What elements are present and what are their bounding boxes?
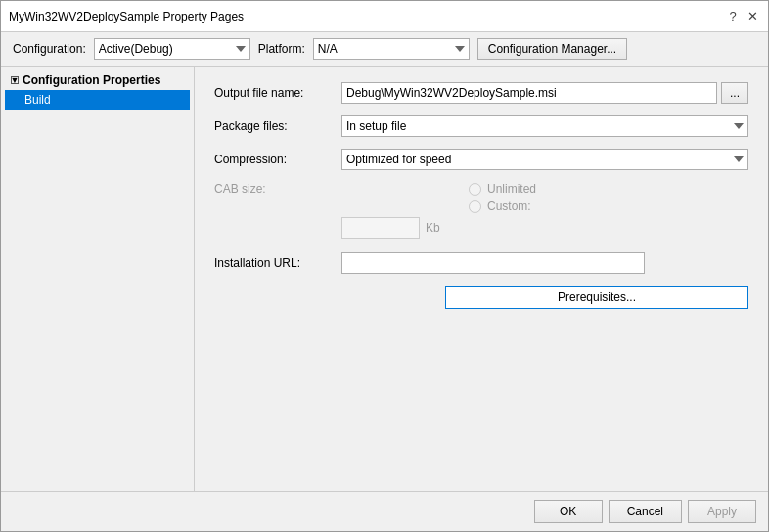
expand-icon: ▼ [11, 76, 19, 84]
cab-size-row: CAB size: Unlimited Custom: [214, 182, 748, 213]
custom-label: Custom: [487, 200, 531, 213]
installation-url-input[interactable] [341, 252, 645, 274]
unlimited-radio-row: Unlimited [469, 182, 536, 196]
unlimited-radio[interactable] [469, 183, 481, 196]
cancel-button[interactable]: Cancel [609, 500, 682, 523]
dialog-title: MyWin32WV2DeploySample Property Pages [9, 10, 244, 23]
output-file-browse-button[interactable]: ... [721, 82, 748, 104]
compression-select[interactable]: Optimized for speed [341, 149, 748, 170]
configuration-select[interactable]: Active(Debug) [94, 38, 250, 60]
configuration-label: Configuration: [13, 42, 86, 56]
prerequisites-row: Prerequisites... [341, 286, 748, 309]
installation-url-label: Installation URL: [214, 256, 341, 270]
bottom-bar: OK Cancel Apply [1, 491, 768, 531]
cab-size-radio-group: Unlimited Custom: [469, 182, 536, 213]
output-file-name-label: Output file name: [214, 86, 341, 100]
help-button[interactable]: ? [725, 9, 741, 24]
prerequisites-button[interactable]: Prerequisites... [445, 286, 748, 309]
unlimited-label: Unlimited [487, 182, 536, 196]
package-files-select[interactable]: In setup file [341, 115, 748, 137]
package-files-row: Package files: In setup file [214, 115, 748, 137]
output-file-name-input[interactable] [341, 82, 717, 104]
custom-radio[interactable] [469, 200, 481, 213]
close-button[interactable]: ✕ [745, 9, 760, 24]
sidebar-item-build[interactable]: Build [5, 90, 190, 110]
title-bar-controls: ? ✕ [725, 9, 760, 24]
ok-button[interactable]: OK [534, 500, 603, 523]
package-files-label: Package files: [214, 119, 341, 133]
platform-select[interactable]: N/A [313, 38, 470, 60]
config-bar: Configuration: Active(Debug) Platform: N… [1, 32, 768, 66]
title-bar: MyWin32WV2DeploySample Property Pages ? … [1, 1, 768, 32]
custom-radio-row: Custom: [469, 200, 536, 213]
kb-input[interactable] [341, 217, 420, 239]
sidebar: ▼ Configuration Properties Build [1, 66, 195, 491]
kb-label: Kb [426, 221, 440, 235]
properties-panel: Output file name: ... Package files: In … [195, 66, 768, 491]
main-content: ▼ Configuration Properties Build Output … [1, 66, 768, 491]
property-pages-dialog: MyWin32WV2DeploySample Property Pages ? … [0, 0, 769, 532]
installation-url-row: Installation URL: [214, 252, 748, 274]
compression-row: Compression: Optimized for speed [214, 149, 748, 170]
cab-size-label: CAB size: [214, 182, 341, 196]
compression-label: Compression: [214, 153, 341, 166]
apply-button[interactable]: Apply [688, 500, 756, 523]
platform-label: Platform: [258, 42, 305, 56]
output-file-name-row: Output file name: ... [214, 82, 748, 104]
configuration-manager-button[interactable]: Configuration Manager... [477, 38, 627, 60]
sidebar-section-header: ▼ Configuration Properties [5, 70, 190, 90]
output-file-name-input-group: ... [341, 82, 748, 104]
kb-row: Kb [341, 217, 748, 239]
